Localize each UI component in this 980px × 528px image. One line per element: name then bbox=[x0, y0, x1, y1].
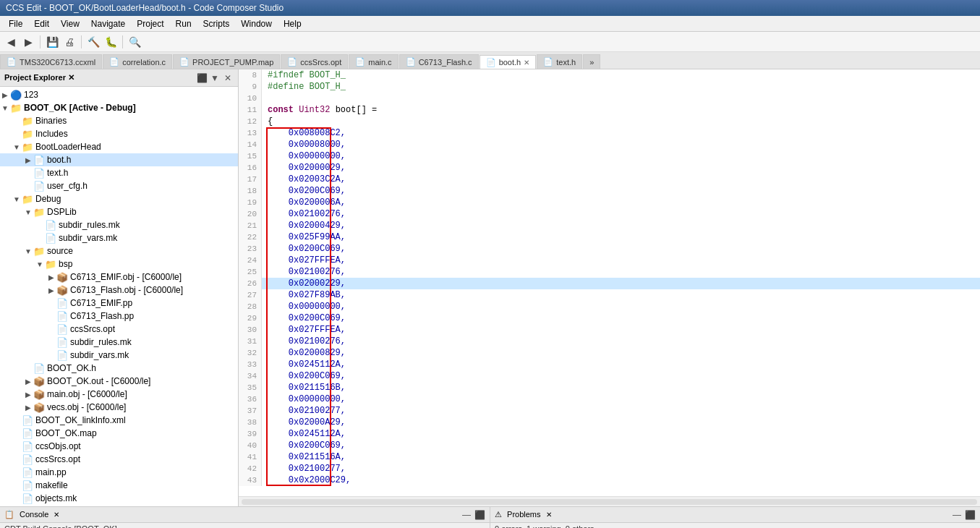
tab-close-6[interactable]: ✕ bbox=[524, 59, 529, 67]
tab-boot-h[interactable]: 📄boot.h✕ bbox=[480, 55, 537, 69]
panel-collapse-btn[interactable]: ⬛ bbox=[196, 72, 208, 84]
tree-item-6[interactable]: 📄text.h bbox=[0, 166, 238, 179]
tree-item-31[interactable]: 📄objects.mk bbox=[0, 492, 238, 505]
tree-toggle-1[interactable]: ▼ bbox=[0, 104, 10, 112]
toolbar-build-btn[interactable]: 🔨 bbox=[85, 34, 101, 50]
tree-toggle-24[interactable]: ▶ bbox=[23, 404, 33, 412]
code-line-31[interactable]: 31 0x02100276, bbox=[239, 336, 980, 347]
tree-item-2[interactable]: 📁Binaries bbox=[0, 114, 238, 127]
code-line-11[interactable]: 11const Uint32 boot[] = bbox=[239, 104, 980, 116]
tab-»[interactable]: » bbox=[583, 54, 600, 69]
menu-item-run[interactable]: Run bbox=[170, 17, 197, 30]
tree-item-10[interactable]: 📄subdir_rules.mk bbox=[0, 218, 238, 231]
tree-item-29[interactable]: 📄main.pp bbox=[0, 466, 238, 479]
tree-item-1[interactable]: ▼📁BOOT_OK [Active - Debug] bbox=[0, 101, 238, 114]
tree-toggle-13[interactable]: ▼ bbox=[35, 260, 45, 268]
tab-correlation-c[interactable]: 📄correlation.c bbox=[103, 54, 172, 69]
problems-minimize-btn[interactable]: — bbox=[951, 509, 963, 521]
tree-toggle-9[interactable]: ▼ bbox=[23, 208, 33, 216]
tree-item-21[interactable]: 📄BOOT_OK.h bbox=[0, 362, 238, 375]
toolbar-fwd-btn[interactable]: ▶ bbox=[20, 34, 36, 50]
tab-main-c[interactable]: 📄main.c bbox=[349, 54, 398, 69]
tree-item-4[interactable]: ▼📁BootLoaderHead bbox=[0, 140, 238, 153]
toolbar-debug-btn[interactable]: 🐛 bbox=[103, 34, 119, 50]
tree-item-28[interactable]: 📄ccsSrcs.opt bbox=[0, 453, 238, 466]
code-line-30[interactable]: 30 0x027FFFEA, bbox=[239, 324, 980, 336]
code-line-43[interactable]: 43 0x0x2000C29, bbox=[239, 474, 980, 486]
code-line-17[interactable]: 17 0x02003C2A, bbox=[239, 174, 980, 185]
tree-item-7[interactable]: 📄user_cfg.h bbox=[0, 179, 238, 192]
code-line-14[interactable]: 14 0x00008000, bbox=[239, 139, 980, 150]
code-line-15[interactable]: 15 0x00000000, bbox=[239, 150, 980, 162]
code-line-22[interactable]: 22 0x025F99AA, bbox=[239, 231, 980, 243]
tree-item-26[interactable]: 📄BOOT_OK.map bbox=[0, 427, 238, 440]
tree-item-22[interactable]: ▶📦BOOT_OK.out - [C6000/le] bbox=[0, 375, 238, 388]
menu-item-navigate[interactable]: Navigate bbox=[85, 17, 131, 30]
code-line-39[interactable]: 39 0x0245112A, bbox=[239, 428, 980, 440]
tab-ccssrcs-opt[interactable]: 📄ccsSrcs.opt bbox=[281, 54, 348, 69]
code-line-34[interactable]: 34 0x0200C069, bbox=[239, 370, 980, 382]
code-line-23[interactable]: 23 0x0200C069, bbox=[239, 243, 980, 255]
code-line-26[interactable]: 26 0x02000229, bbox=[239, 278, 980, 289]
problems-maximize-btn[interactable]: ⬛ bbox=[964, 509, 976, 521]
tab-project_pump-map[interactable]: 📄PROJECT_PUMP.map bbox=[173, 54, 280, 69]
tree-item-27[interactable]: 📄ccsObjs.opt bbox=[0, 440, 238, 453]
code-line-25[interactable]: 25 0x02100276, bbox=[239, 266, 980, 278]
code-line-12[interactable]: 12{ bbox=[239, 116, 980, 127]
code-line-35[interactable]: 35 0x0211516B, bbox=[239, 382, 980, 393]
tree-item-17[interactable]: 📄C6713_Flash.pp bbox=[0, 310, 238, 323]
menu-item-project[interactable]: Project bbox=[131, 17, 169, 30]
panel-menu-btn[interactable]: ▼ bbox=[209, 72, 221, 84]
code-line-40[interactable]: 40 0x0200C069, bbox=[239, 440, 980, 451]
tree-toggle-22[interactable]: ▶ bbox=[23, 378, 33, 386]
toolbar-save-btn[interactable]: 💾 bbox=[44, 34, 60, 50]
tree-item-5[interactable]: ▶📄boot.h bbox=[0, 153, 238, 166]
tree-item-23[interactable]: ▶📦main.obj - [C6000/le] bbox=[0, 388, 238, 401]
tree-item-14[interactable]: ▶📦C6713_EMIF.obj - [C6000/le] bbox=[0, 271, 238, 284]
code-line-13[interactable]: 13 0x008008C2, bbox=[239, 127, 980, 139]
code-line-21[interactable]: 21 0x02000429, bbox=[239, 220, 980, 231]
console-minimize-btn[interactable]: — bbox=[461, 509, 472, 521]
code-line-33[interactable]: 33 0x0245112A, bbox=[239, 359, 980, 370]
tree-toggle-4[interactable]: ▼ bbox=[12, 143, 22, 151]
tree-item-9[interactable]: ▼📁DSPLib bbox=[0, 205, 238, 218]
tree-item-19[interactable]: 📄subdir_rules.mk bbox=[0, 336, 238, 349]
tab-c6713_flash-c[interactable]: 📄C6713_Flash.c bbox=[399, 54, 479, 69]
tree-toggle-23[interactable]: ▶ bbox=[23, 391, 33, 399]
code-line-32[interactable]: 32 0x02000829, bbox=[239, 347, 980, 359]
code-line-29[interactable]: 29 0x0200C069, bbox=[239, 312, 980, 324]
code-line-10[interactable]: 10 bbox=[239, 93, 980, 104]
tab-tms320c6713-ccxml[interactable]: 📄TMS320C6713.ccxml bbox=[0, 54, 102, 69]
tree-item-20[interactable]: 📄subdir_vars.mk bbox=[0, 349, 238, 362]
console-maximize-btn[interactable]: ⬛ bbox=[474, 509, 485, 521]
toolbar-search-btn[interactable]: 🔍 bbox=[127, 34, 142, 50]
code-line-9[interactable]: 9#define BOOT_H_ bbox=[239, 81, 980, 93]
tree-item-16[interactable]: 📄C6713_EMIF.pp bbox=[0, 297, 238, 310]
toolbar-print-btn[interactable]: 🖨 bbox=[61, 34, 77, 50]
tree-item-0[interactable]: ▶🔵123 bbox=[0, 88, 238, 101]
code-line-8[interactable]: 8#ifndef BOOT_H_ bbox=[239, 69, 980, 81]
code-line-38[interactable]: 38 0x02000A29, bbox=[239, 417, 980, 428]
code-line-16[interactable]: 16 0x02000029, bbox=[239, 162, 980, 174]
code-line-37[interactable]: 37 0x02100277, bbox=[239, 405, 980, 417]
tree-toggle-8[interactable]: ▼ bbox=[12, 195, 22, 203]
code-line-24[interactable]: 24 0x027FFFEA, bbox=[239, 255, 980, 266]
toolbar-back-btn[interactable]: ◀ bbox=[3, 34, 19, 50]
tree-toggle-14[interactable]: ▶ bbox=[46, 273, 56, 281]
tree-item-8[interactable]: ▼📁Debug bbox=[0, 192, 238, 205]
code-line-36[interactable]: 36 0x00000000, bbox=[239, 393, 980, 405]
menu-item-view[interactable]: View bbox=[55, 17, 85, 30]
code-line-28[interactable]: 28 0x00000000, bbox=[239, 301, 980, 312]
menu-item-help[interactable]: Help bbox=[278, 17, 307, 30]
tree-item-24[interactable]: ▶📦vecs.obj - [C6000/le] bbox=[0, 401, 238, 414]
code-line-41[interactable]: 41 0x0211516A, bbox=[239, 451, 980, 463]
menu-item-scripts[interactable]: Scripts bbox=[197, 17, 236, 30]
menu-item-window[interactable]: Window bbox=[235, 17, 278, 30]
tree-item-13[interactable]: ▼📁bsp bbox=[0, 257, 238, 271]
tree-item-25[interactable]: 📄BOOT_OK_linkInfo.xml bbox=[0, 414, 238, 427]
code-line-19[interactable]: 19 0x0200006A, bbox=[239, 197, 980, 208]
code-line-27[interactable]: 27 0x027F89AB, bbox=[239, 289, 980, 301]
tree-item-18[interactable]: 📄ccsSrcs.opt bbox=[0, 323, 238, 336]
tree-item-11[interactable]: 📄subdir_vars.mk bbox=[0, 231, 238, 244]
tree-item-30[interactable]: 📄makefile bbox=[0, 479, 238, 492]
